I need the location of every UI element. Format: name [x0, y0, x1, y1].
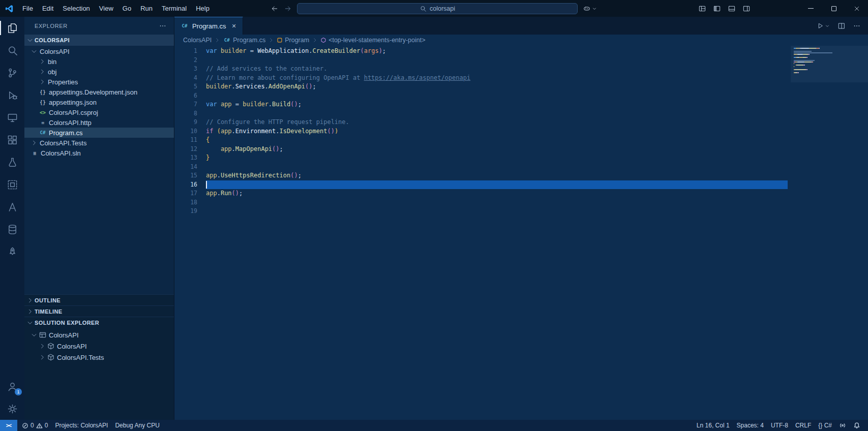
code-line-16[interactable]: 16 [174, 180, 868, 190]
status-problems[interactable]: 00 [18, 420, 51, 431]
line-number[interactable]: 3 [174, 65, 206, 74]
section-timeline[interactable]: TIMELINE [24, 305, 174, 317]
activity-database[interactable] [0, 218, 24, 240]
minimize-button[interactable] [799, 0, 822, 17]
status-notifications[interactable] [850, 420, 864, 431]
toggle-primary-sidebar-button[interactable] [709, 0, 724, 17]
code-line-19[interactable]: 19 [174, 207, 868, 216]
tree-item-colorsapi.csproj[interactable]: <>ColorsAPI.csproj [24, 107, 174, 117]
line-number[interactable]: 8 [174, 109, 206, 118]
code-line-4[interactable]: 4// Learn more about configuring OpenAPI… [174, 74, 868, 83]
views-and-more-actions-icon[interactable] [159, 22, 167, 30]
status-build-configuration[interactable]: Debug Any CPU [111, 420, 163, 431]
code-line-13[interactable]: 13} [174, 153, 868, 163]
close-tab-icon[interactable]: ✕ [231, 23, 236, 29]
activity-explorer[interactable] [0, 17, 24, 39]
menu-go[interactable]: Go [118, 3, 136, 14]
line-number[interactable]: 15 [174, 171, 206, 180]
copilot-menu[interactable] [583, 5, 597, 13]
line-number[interactable]: 10 [174, 127, 206, 136]
line-number[interactable]: 11 [174, 136, 206, 145]
solution-item-colorsapi[interactable]: ColorsAPI [24, 341, 174, 352]
toggle-panel-button[interactable] [724, 0, 739, 17]
code-line-2[interactable]: 2 [174, 56, 868, 65]
code-line-15[interactable]: 15app.UseHttpsRedirection(); [174, 171, 868, 180]
section-outline[interactable]: OUTLINE [24, 294, 174, 305]
line-number[interactable]: 18 [174, 198, 206, 207]
status-indentation[interactable]: Spaces: 4 [733, 420, 767, 431]
go-forward-icon[interactable] [284, 5, 292, 13]
code-line-17[interactable]: 17app.Run(); [174, 189, 868, 198]
code-line-11[interactable]: 11{ [174, 136, 868, 145]
solution-item-colorsapi[interactable]: ColorsAPI [24, 329, 174, 341]
menu-file[interactable]: File [18, 3, 38, 14]
activity-remote-explorer[interactable] [0, 106, 24, 129]
code-line-5[interactable]: 5builder.Services.AddOpenApi(); [174, 82, 868, 91]
menu-selection[interactable]: Selection [58, 3, 94, 14]
status-project-picker[interactable]: Projects: ColorsAPI [51, 420, 111, 431]
code-line-6[interactable]: 6 [174, 91, 868, 101]
line-number[interactable]: 1 [174, 47, 206, 56]
status-language-mode[interactable]: {} C# [815, 420, 835, 431]
tab-program.cs[interactable]: C#Program.cs✕ [174, 17, 243, 35]
go-back-icon[interactable] [271, 5, 279, 13]
tree-item-colorsapi.http[interactable]: ≡ColorsAPI.http [24, 117, 174, 128]
activity-teams-toolkit[interactable] [0, 240, 24, 263]
customize-layout-button[interactable] [695, 0, 709, 17]
section-solution-explorer[interactable]: SOLUTION EXPLORER [24, 317, 174, 328]
code-line-10[interactable]: 10if (app.Environment.IsDevelopment()) [174, 127, 868, 136]
breadcrumb-colorsapi[interactable]: ColorsAPI [183, 37, 212, 44]
code-line-1[interactable]: 1var builder = WebApplication.CreateBuil… [174, 47, 868, 56]
tree-item-appsettings.json[interactable]: {}appsettings.json [24, 97, 174, 107]
workspace-root-colorsapi[interactable]: COLORSAPI [24, 35, 174, 46]
activity-search[interactable] [0, 39, 24, 61]
line-number[interactable]: 14 [174, 163, 206, 172]
breadcrumb-program[interactable]: Program [277, 37, 309, 44]
menu-run[interactable]: Run [136, 3, 157, 14]
line-number[interactable]: 9 [174, 118, 206, 127]
run-or-debug-button[interactable] [816, 22, 830, 30]
solution-item-colorsapi.tests[interactable]: ColorsAPI.Tests [24, 352, 174, 363]
menu-help[interactable]: Help [191, 3, 214, 14]
code-line-9[interactable]: 9// Configure the HTTP request pipeline. [174, 118, 868, 127]
split-editor-button[interactable] [837, 22, 846, 30]
tree-item-colorsapi.sln[interactable]: ≣ColorsAPI.sln [24, 148, 174, 158]
code-line-3[interactable]: 3// Add services to the container. [174, 65, 868, 74]
line-number[interactable]: 16 [174, 180, 206, 190]
line-number[interactable]: 5 [174, 82, 206, 91]
activity-settings[interactable] [0, 397, 24, 420]
tree-item-appsettings.development.json[interactable]: {}appsettings.Development.json [24, 87, 174, 97]
tree-item-colorsapi[interactable]: ColorsAPI [24, 46, 174, 56]
activity-resource-groups[interactable] [0, 173, 24, 196]
menu-view[interactable]: View [95, 3, 118, 14]
menu-terminal[interactable]: Terminal [157, 3, 191, 14]
line-number[interactable]: 6 [174, 91, 206, 101]
status-csharp-devkit[interactable] [835, 420, 850, 431]
status-encoding[interactable]: UTF-8 [767, 420, 792, 431]
more-actions-button[interactable] [853, 22, 861, 30]
line-number[interactable]: 2 [174, 56, 206, 65]
status-cursor-position[interactable]: Ln 16, Col 1 [693, 420, 733, 431]
activity-testing[interactable] [0, 151, 24, 173]
tree-item-properties[interactable]: Properties [24, 77, 174, 87]
tree-item-bin[interactable]: bin [24, 56, 174, 67]
code-line-14[interactable]: 14 [174, 163, 868, 172]
code-line-18[interactable]: 18 [174, 198, 868, 207]
tree-item-obj[interactable]: obj [24, 67, 174, 77]
tree-item-program.cs[interactable]: C#Program.cs [24, 128, 174, 138]
line-number[interactable]: 17 [174, 189, 206, 198]
code-line-8[interactable]: 8 [174, 109, 868, 118]
line-number[interactable]: 19 [174, 207, 206, 216]
editor[interactable]: 1var builder = WebApplication.CreateBuil… [174, 46, 868, 420]
line-number[interactable]: 7 [174, 100, 206, 109]
command-center-search[interactable]: colorsapi [297, 3, 578, 14]
line-number[interactable]: 13 [174, 153, 206, 163]
activity-azure[interactable] [0, 196, 24, 218]
activity-extensions[interactable] [0, 129, 24, 151]
breadcrumb--top-level-statements-entry-point-[interactable]: <top-level-statements-entry-point> [320, 37, 425, 44]
minimap[interactable] [794, 47, 861, 420]
activity-run-and-debug[interactable] [0, 84, 24, 106]
code-line-7[interactable]: 7var app = builder.Build(); [174, 100, 868, 109]
menu-edit[interactable]: Edit [38, 3, 58, 14]
toggle-secondary-sidebar-button[interactable] [739, 0, 754, 17]
